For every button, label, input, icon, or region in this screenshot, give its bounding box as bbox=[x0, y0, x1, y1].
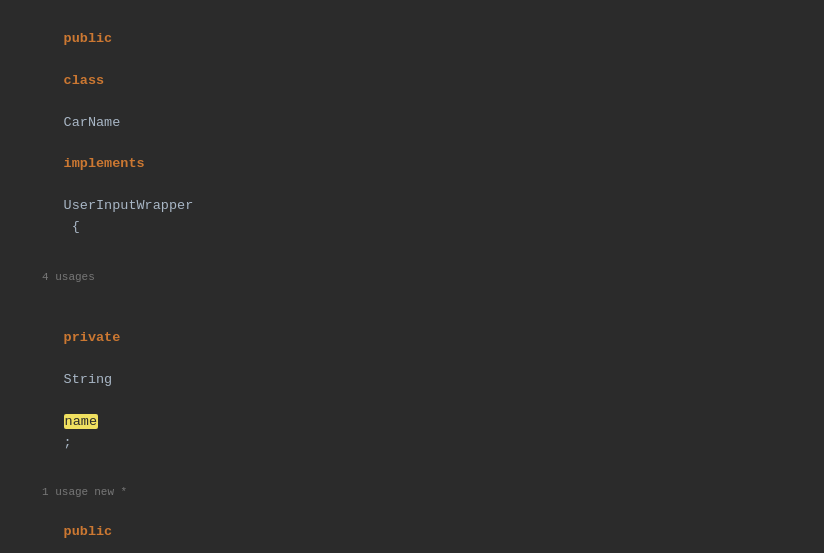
space bbox=[64, 393, 72, 408]
field-name-highlight: name bbox=[64, 414, 98, 429]
code-line: public class CarName implements UserInpu… bbox=[5, 8, 824, 259]
keyword-class: class bbox=[64, 73, 105, 88]
line-field: private String name ; bbox=[0, 286, 824, 474]
code-editor: public class CarName implements UserInpu… bbox=[0, 0, 824, 553]
space bbox=[64, 545, 72, 553]
space bbox=[64, 94, 72, 109]
indent bbox=[64, 309, 96, 324]
new-star-text: new * bbox=[94, 484, 127, 501]
line-class-decl: public class CarName implements UserInpu… bbox=[0, 8, 824, 259]
usage-1-line: 1 usage new * bbox=[0, 480, 824, 501]
classname: CarName bbox=[64, 115, 121, 130]
keyword-public: public bbox=[64, 524, 113, 539]
interface-name: UserInputWrapper bbox=[64, 198, 194, 213]
type-string: String bbox=[64, 372, 113, 387]
code-line: public CarName ( String input) throws Il… bbox=[5, 501, 824, 553]
usage-4-line: 4 usages bbox=[0, 265, 824, 286]
brace: { bbox=[64, 219, 80, 234]
usage-4-text: 4 usages bbox=[42, 269, 95, 286]
semicolon: ; bbox=[64, 435, 72, 450]
space bbox=[64, 136, 72, 151]
line-constructor: public CarName ( String input) throws Il… bbox=[0, 501, 824, 553]
code-line: private String name ; bbox=[5, 286, 824, 474]
usage-1-text: 1 usage bbox=[42, 484, 88, 501]
keyword-implements: implements bbox=[64, 156, 145, 171]
space bbox=[64, 177, 72, 192]
space bbox=[64, 351, 72, 366]
keyword-public: public bbox=[64, 31, 113, 46]
space bbox=[64, 52, 72, 67]
keyword-private: private bbox=[64, 330, 121, 345]
